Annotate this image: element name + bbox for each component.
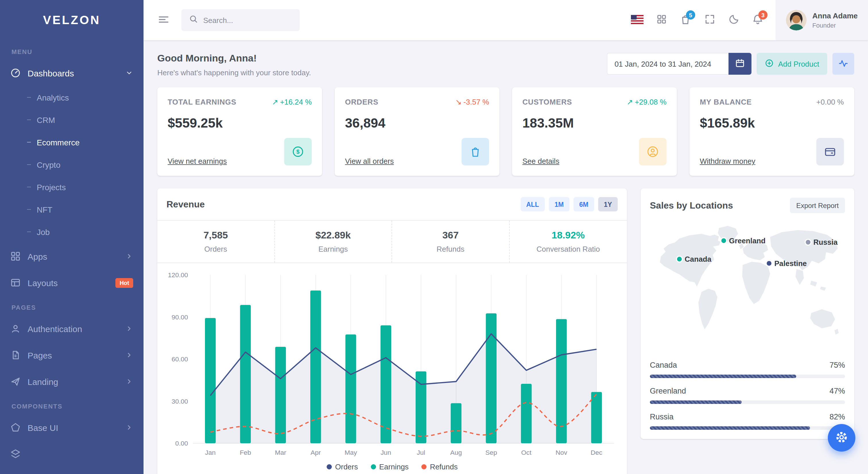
fullscreen-button[interactable] xyxy=(698,8,722,32)
filter-all-button[interactable]: ALL xyxy=(520,197,545,211)
progress-track xyxy=(650,400,845,404)
sidebar-item-projects[interactable]: Projects xyxy=(0,176,144,198)
cart-badge: 5 xyxy=(686,10,695,20)
stat-link[interactable]: View net earnings xyxy=(167,157,227,166)
sidebar-item-label: Layouts xyxy=(28,278,109,288)
rocket-icon xyxy=(10,376,21,387)
sidebar-item-job[interactable]: Job xyxy=(0,220,144,243)
web-apps-button[interactable] xyxy=(649,8,673,32)
stat-card-total-earnings: TOTAL EARNINGS ↗+16.24 % $559.25k View n… xyxy=(157,87,322,176)
sidebar-item-partial[interactable] xyxy=(0,441,144,467)
revenue-card: Revenue ALL 1M 6M 1Y 7,585 Orders $22.89… xyxy=(157,188,627,474)
moon-icon xyxy=(728,14,739,26)
sub-item-label: Analytics xyxy=(37,93,69,102)
sub-item-label: Job xyxy=(37,227,50,236)
export-report-button[interactable]: Export Report xyxy=(790,198,845,213)
sidebar: VELZON MENU Dashboards Analytics CRM Eco… xyxy=(0,0,144,474)
activity-button[interactable] xyxy=(832,53,854,75)
circle-plus-icon xyxy=(765,58,774,69)
date-range-input[interactable] xyxy=(607,53,729,75)
dash-icon xyxy=(27,119,31,120)
gear-icon xyxy=(834,429,849,446)
progress-bar xyxy=(650,426,810,429)
legend-dot xyxy=(422,464,427,469)
progress-track xyxy=(650,426,845,429)
sidebar-item-label: Authentication xyxy=(28,324,118,333)
stat-value: $559.25k xyxy=(167,116,312,131)
user-name: Anna Adame xyxy=(812,11,858,20)
summary-value: 7,585 xyxy=(162,230,270,241)
sidebar-item-base-ui[interactable]: Base UI xyxy=(0,414,144,441)
chevron-right-icon xyxy=(125,423,133,432)
summary-value: 367 xyxy=(397,230,504,241)
search-input[interactable] xyxy=(203,16,292,24)
stat-delta: +0.00 % xyxy=(816,98,844,106)
filter-1y-button[interactable]: 1Y xyxy=(598,197,618,211)
dollar-circle-icon: $ xyxy=(284,138,312,166)
search-icon xyxy=(189,14,198,26)
progress-bar xyxy=(650,374,796,378)
sidebar-item-landing[interactable]: Landing xyxy=(0,368,144,395)
brand-logo[interactable]: VELZON xyxy=(0,0,144,40)
filter-6m-button[interactable]: 6M xyxy=(574,197,594,211)
map-marker-palestine[interactable]: Palestine xyxy=(766,259,807,267)
stat-link[interactable]: Withdraw money xyxy=(700,157,755,166)
svg-text:Sep: Sep xyxy=(485,449,497,456)
menu-section-label: MENU xyxy=(0,40,144,60)
location-row-canada: Canada 75% xyxy=(650,360,845,378)
filter-1m-button[interactable]: 1M xyxy=(549,197,569,211)
pages-section-label: PAGES xyxy=(0,296,144,316)
location-percent: 82% xyxy=(830,412,845,421)
chart-legend: OrdersEarningsRefunds xyxy=(157,460,627,474)
calendar-button[interactable] xyxy=(729,53,752,75)
dark-mode-button[interactable] xyxy=(722,8,746,32)
sidebar-item-crypto[interactable]: Crypto xyxy=(0,153,144,176)
sidebar-item-nft[interactable]: NFT xyxy=(0,198,144,220)
hamburger-icon xyxy=(158,13,169,27)
user-icon xyxy=(10,323,21,334)
apps-grid-icon xyxy=(10,251,21,261)
stat-link[interactable]: See details xyxy=(522,157,559,166)
language-button[interactable] xyxy=(625,8,649,32)
legend-item[interactable]: Orders xyxy=(327,462,358,471)
sidebar-item-crm[interactable]: CRM xyxy=(0,109,144,131)
stat-link[interactable]: View all orders xyxy=(345,157,394,166)
user-menu[interactable]: Anna Adame Founder xyxy=(776,0,868,40)
settings-fab[interactable] xyxy=(828,424,856,452)
main-area: 5 3 Anna Adame xyxy=(144,0,868,474)
legend-item[interactable]: Refunds xyxy=(422,462,458,471)
svg-text:Jul: Jul xyxy=(417,449,425,456)
location-name: Greenland xyxy=(650,386,686,395)
svg-text:$: $ xyxy=(296,149,299,155)
dash-icon xyxy=(27,209,31,210)
layouts-icon xyxy=(10,277,21,288)
sidebar-item-pages[interactable]: Pages xyxy=(0,342,144,368)
stat-value: 183.35M xyxy=(522,116,666,131)
sidebar-item-analytics[interactable]: Analytics xyxy=(0,86,144,109)
topbar: 5 3 Anna Adame xyxy=(144,0,868,40)
sidebar-item-ecommerce[interactable]: Ecommerce xyxy=(0,131,144,153)
sidebar-item-apps[interactable]: Apps xyxy=(0,243,144,269)
svg-text:0.00: 0.00 xyxy=(175,440,188,447)
location-name: Canada xyxy=(650,360,677,369)
arrow-down-right-icon: ↘ xyxy=(456,98,462,106)
sidebar-item-label: Landing xyxy=(28,377,118,386)
legend-label: Refunds xyxy=(430,462,458,471)
chevron-down-icon xyxy=(125,69,133,77)
location-percent: 47% xyxy=(830,386,845,395)
sidebar-item-layouts[interactable]: Layouts Hot xyxy=(0,269,144,296)
sub-item-label: NFT xyxy=(37,205,52,214)
legend-item[interactable]: Earnings xyxy=(371,462,409,471)
hamburger-menu-button[interactable] xyxy=(152,8,176,32)
progress-bar xyxy=(650,400,742,404)
locations-list: Canada 75% Greenland 47% xyxy=(650,360,845,429)
chevron-right-icon xyxy=(125,378,133,386)
summary-label: Earnings xyxy=(279,245,387,254)
sidebar-item-authentication[interactable]: Authentication xyxy=(0,316,144,342)
cart-button[interactable]: 5 xyxy=(673,8,698,32)
dash-icon xyxy=(27,142,31,143)
sidebar-item-dashboards[interactable]: Dashboards xyxy=(0,60,144,86)
chevron-right-icon xyxy=(125,351,133,359)
add-product-button[interactable]: Add Product xyxy=(757,53,827,75)
notifications-button[interactable]: 3 xyxy=(746,8,770,32)
